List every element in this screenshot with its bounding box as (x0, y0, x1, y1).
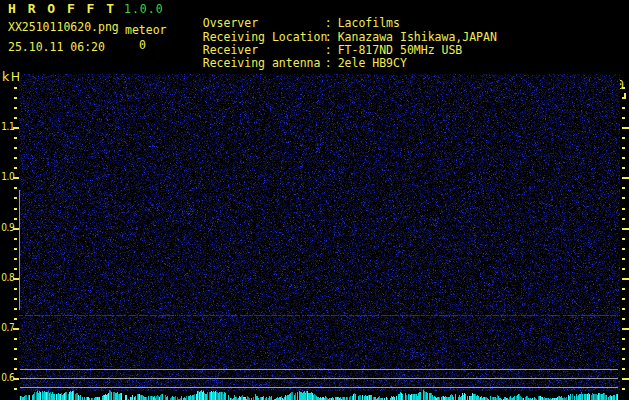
freq-minor-tick (14, 157, 17, 159)
freq-minor-tick-right (622, 157, 625, 159)
freq-minor-tick-right (622, 147, 625, 149)
freq-minor-tick (14, 348, 17, 350)
spectrogram-plot (19, 74, 620, 400)
freq-tick-label: 0.7 (1, 322, 13, 333)
freq-tick-label: 0.6 (1, 372, 13, 383)
info-separator: : (325, 56, 332, 70)
output-filename: XX2510110620.png (8, 21, 119, 34)
freq-minor-tick (14, 248, 17, 250)
freq-minor-tick (14, 187, 17, 189)
freq-minor-tick-right (622, 338, 625, 340)
app-title: H R O F F T (8, 2, 116, 15)
hrofft-output-screen: H R O F F T 1.0.0 XX2510110620.png meteo… (0, 0, 629, 400)
freq-minor-tick-right (622, 288, 625, 290)
freq-minor-tick-right (622, 358, 625, 360)
app-version: 1.0.0 (124, 3, 164, 16)
freq-minor-tick (14, 238, 17, 240)
freq-minor-tick-right (622, 117, 625, 119)
freq-minor-tick-right (622, 268, 625, 270)
freq-minor-tick (14, 117, 17, 119)
time-tick (624, 93, 626, 99)
freq-tick-label: 1.1 (1, 121, 13, 132)
freq-minor-tick (14, 218, 17, 220)
freq-minor-tick (14, 358, 17, 360)
freq-minor-tick-right (622, 197, 625, 199)
freq-minor-tick (14, 137, 17, 139)
freq-minor-tick (14, 167, 17, 169)
freq-minor-tick-right (622, 348, 625, 350)
freq-minor-tick-right (622, 208, 625, 210)
freq-minor-tick (14, 288, 17, 290)
freq-minor-tick (14, 368, 17, 370)
freq-minor-tick (14, 388, 17, 390)
freq-minor-tick-right (622, 218, 625, 220)
freq-minor-tick-right (622, 248, 625, 250)
freq-minor-tick-right (622, 318, 625, 320)
freq-minor-tick-right (622, 187, 625, 189)
freq-minor-tick (14, 107, 17, 109)
meteor-count: 0 (139, 39, 146, 52)
info-value: 2ele HB9CY (338, 56, 407, 70)
freq-minor-tick (14, 87, 17, 89)
freq-major-tick-right (622, 378, 629, 380)
freq-minor-tick-right (622, 238, 625, 240)
freq-minor-tick-right (622, 137, 625, 139)
freq-minor-tick (14, 147, 17, 149)
freq-minor-tick (14, 97, 17, 99)
freq-tick-label: 0.9 (1, 222, 13, 233)
freq-minor-tick (14, 197, 17, 199)
freq-minor-tick-right (622, 107, 625, 109)
mode-label: meteor (125, 24, 167, 37)
freq-major-tick-right (622, 177, 629, 179)
freq-major-tick-right (622, 228, 629, 230)
freq-minor-tick (14, 208, 17, 210)
info-label: Receiving antenna (203, 57, 325, 70)
observation-datetime: 25.10.11 06:20 (8, 41, 105, 54)
freq-major-tick-right (622, 127, 629, 129)
freq-tick-label: 1.0 (1, 171, 13, 182)
freq-minor-tick (14, 258, 17, 260)
freq-minor-tick-right (622, 258, 625, 260)
freq-major-tick-right (622, 328, 629, 330)
freq-minor-tick (14, 318, 17, 320)
freq-major-tick-right (622, 278, 629, 280)
freq-minor-tick (14, 308, 17, 310)
freq-minor-tick (14, 268, 17, 270)
freq-minor-tick-right (622, 368, 625, 370)
freq-minor-tick-right (622, 388, 625, 390)
freq-minor-tick-right (622, 308, 625, 310)
freq-tick-label: 0.8 (1, 272, 13, 283)
freq-minor-tick-right (622, 298, 625, 300)
freq-minor-tick-right (622, 167, 625, 169)
freq-minor-tick (14, 338, 17, 340)
freq-minor-tick (14, 298, 17, 300)
